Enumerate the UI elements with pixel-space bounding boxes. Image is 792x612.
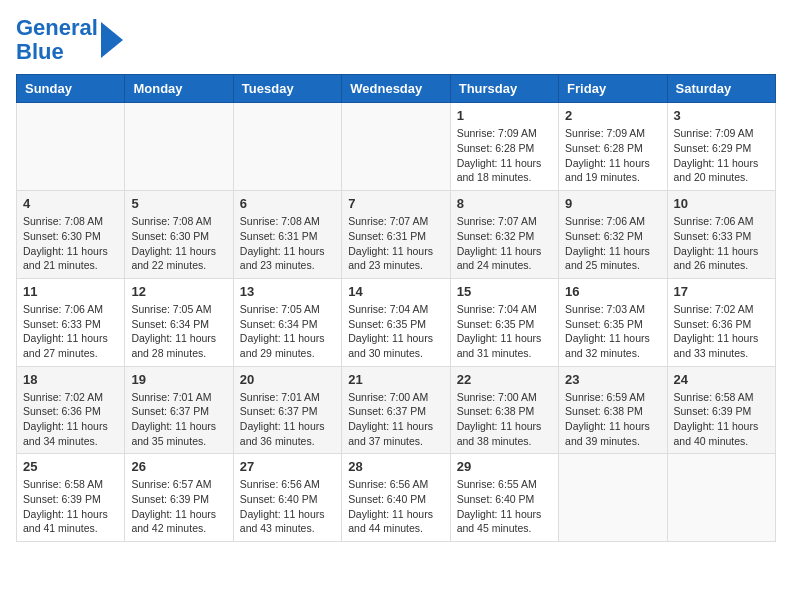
day-info: Sunrise: 7:04 AM Sunset: 6:35 PM Dayligh… <box>348 302 443 361</box>
calendar-day-cell: 21Sunrise: 7:00 AM Sunset: 6:37 PM Dayli… <box>342 366 450 454</box>
calendar-header-friday: Friday <box>559 75 667 103</box>
logo-general: General <box>16 15 98 40</box>
day-info: Sunrise: 7:08 AM Sunset: 6:31 PM Dayligh… <box>240 214 335 273</box>
calendar-day-cell: 28Sunrise: 6:56 AM Sunset: 6:40 PM Dayli… <box>342 454 450 542</box>
day-info: Sunrise: 7:09 AM Sunset: 6:29 PM Dayligh… <box>674 126 769 185</box>
calendar-table: SundayMondayTuesdayWednesdayThursdayFrid… <box>16 74 776 542</box>
logo: General Blue <box>16 16 123 64</box>
day-number: 14 <box>348 284 443 299</box>
day-number: 11 <box>23 284 118 299</box>
calendar-day-cell: 11Sunrise: 7:06 AM Sunset: 6:33 PM Dayli… <box>17 278 125 366</box>
day-number: 12 <box>131 284 226 299</box>
calendar-week-row: 11Sunrise: 7:06 AM Sunset: 6:33 PM Dayli… <box>17 278 776 366</box>
day-info: Sunrise: 7:02 AM Sunset: 6:36 PM Dayligh… <box>674 302 769 361</box>
calendar-day-cell: 19Sunrise: 7:01 AM Sunset: 6:37 PM Dayli… <box>125 366 233 454</box>
calendar-day-cell <box>125 103 233 191</box>
calendar-day-cell: 10Sunrise: 7:06 AM Sunset: 6:33 PM Dayli… <box>667 191 775 279</box>
calendar-day-cell <box>17 103 125 191</box>
page-header: General Blue <box>16 16 776 64</box>
calendar-day-cell: 7Sunrise: 7:07 AM Sunset: 6:31 PM Daylig… <box>342 191 450 279</box>
day-info: Sunrise: 7:06 AM Sunset: 6:33 PM Dayligh… <box>23 302 118 361</box>
calendar-header-thursday: Thursday <box>450 75 558 103</box>
day-info: Sunrise: 7:04 AM Sunset: 6:35 PM Dayligh… <box>457 302 552 361</box>
calendar-week-row: 25Sunrise: 6:58 AM Sunset: 6:39 PM Dayli… <box>17 454 776 542</box>
calendar-day-cell: 3Sunrise: 7:09 AM Sunset: 6:29 PM Daylig… <box>667 103 775 191</box>
day-info: Sunrise: 7:08 AM Sunset: 6:30 PM Dayligh… <box>131 214 226 273</box>
day-info: Sunrise: 7:00 AM Sunset: 6:37 PM Dayligh… <box>348 390 443 449</box>
calendar-day-cell <box>342 103 450 191</box>
calendar-header-monday: Monday <box>125 75 233 103</box>
day-number: 27 <box>240 459 335 474</box>
calendar-day-cell: 20Sunrise: 7:01 AM Sunset: 6:37 PM Dayli… <box>233 366 341 454</box>
calendar-day-cell: 18Sunrise: 7:02 AM Sunset: 6:36 PM Dayli… <box>17 366 125 454</box>
calendar-week-row: 4Sunrise: 7:08 AM Sunset: 6:30 PM Daylig… <box>17 191 776 279</box>
day-number: 10 <box>674 196 769 211</box>
day-info: Sunrise: 7:05 AM Sunset: 6:34 PM Dayligh… <box>240 302 335 361</box>
calendar-day-cell: 17Sunrise: 7:02 AM Sunset: 6:36 PM Dayli… <box>667 278 775 366</box>
calendar-day-cell: 2Sunrise: 7:09 AM Sunset: 6:28 PM Daylig… <box>559 103 667 191</box>
calendar-week-row: 18Sunrise: 7:02 AM Sunset: 6:36 PM Dayli… <box>17 366 776 454</box>
day-info: Sunrise: 7:02 AM Sunset: 6:36 PM Dayligh… <box>23 390 118 449</box>
calendar-header-wednesday: Wednesday <box>342 75 450 103</box>
day-number: 19 <box>131 372 226 387</box>
day-number: 21 <box>348 372 443 387</box>
calendar-day-cell: 13Sunrise: 7:05 AM Sunset: 6:34 PM Dayli… <box>233 278 341 366</box>
day-number: 16 <box>565 284 660 299</box>
day-number: 13 <box>240 284 335 299</box>
day-info: Sunrise: 6:58 AM Sunset: 6:39 PM Dayligh… <box>23 477 118 536</box>
day-info: Sunrise: 6:58 AM Sunset: 6:39 PM Dayligh… <box>674 390 769 449</box>
day-info: Sunrise: 7:08 AM Sunset: 6:30 PM Dayligh… <box>23 214 118 273</box>
calendar-day-cell <box>667 454 775 542</box>
calendar-day-cell: 6Sunrise: 7:08 AM Sunset: 6:31 PM Daylig… <box>233 191 341 279</box>
day-number: 8 <box>457 196 552 211</box>
calendar-day-cell: 4Sunrise: 7:08 AM Sunset: 6:30 PM Daylig… <box>17 191 125 279</box>
day-number: 6 <box>240 196 335 211</box>
day-info: Sunrise: 7:09 AM Sunset: 6:28 PM Dayligh… <box>457 126 552 185</box>
logo-blue: Blue <box>16 40 98 64</box>
calendar-header-tuesday: Tuesday <box>233 75 341 103</box>
logo-arrow-icon <box>101 22 123 58</box>
day-number: 28 <box>348 459 443 474</box>
day-number: 2 <box>565 108 660 123</box>
calendar-day-cell: 22Sunrise: 7:00 AM Sunset: 6:38 PM Dayli… <box>450 366 558 454</box>
day-info: Sunrise: 7:01 AM Sunset: 6:37 PM Dayligh… <box>131 390 226 449</box>
day-number: 25 <box>23 459 118 474</box>
calendar-day-cell <box>559 454 667 542</box>
day-number: 29 <box>457 459 552 474</box>
day-number: 17 <box>674 284 769 299</box>
calendar-day-cell: 9Sunrise: 7:06 AM Sunset: 6:32 PM Daylig… <box>559 191 667 279</box>
day-info: Sunrise: 7:06 AM Sunset: 6:32 PM Dayligh… <box>565 214 660 273</box>
day-number: 24 <box>674 372 769 387</box>
day-number: 4 <box>23 196 118 211</box>
calendar-day-cell: 27Sunrise: 6:56 AM Sunset: 6:40 PM Dayli… <box>233 454 341 542</box>
calendar-day-cell: 25Sunrise: 6:58 AM Sunset: 6:39 PM Dayli… <box>17 454 125 542</box>
day-info: Sunrise: 7:07 AM Sunset: 6:31 PM Dayligh… <box>348 214 443 273</box>
day-number: 7 <box>348 196 443 211</box>
day-number: 23 <box>565 372 660 387</box>
calendar-day-cell: 16Sunrise: 7:03 AM Sunset: 6:35 PM Dayli… <box>559 278 667 366</box>
day-info: Sunrise: 7:01 AM Sunset: 6:37 PM Dayligh… <box>240 390 335 449</box>
calendar-day-cell: 1Sunrise: 7:09 AM Sunset: 6:28 PM Daylig… <box>450 103 558 191</box>
day-number: 3 <box>674 108 769 123</box>
calendar-day-cell: 29Sunrise: 6:55 AM Sunset: 6:40 PM Dayli… <box>450 454 558 542</box>
calendar-day-cell: 14Sunrise: 7:04 AM Sunset: 6:35 PM Dayli… <box>342 278 450 366</box>
calendar-day-cell: 15Sunrise: 7:04 AM Sunset: 6:35 PM Dayli… <box>450 278 558 366</box>
calendar-day-cell: 8Sunrise: 7:07 AM Sunset: 6:32 PM Daylig… <box>450 191 558 279</box>
day-info: Sunrise: 6:56 AM Sunset: 6:40 PM Dayligh… <box>348 477 443 536</box>
calendar-header-row: SundayMondayTuesdayWednesdayThursdayFrid… <box>17 75 776 103</box>
day-info: Sunrise: 6:55 AM Sunset: 6:40 PM Dayligh… <box>457 477 552 536</box>
day-number: 18 <box>23 372 118 387</box>
calendar-header-saturday: Saturday <box>667 75 775 103</box>
day-info: Sunrise: 7:06 AM Sunset: 6:33 PM Dayligh… <box>674 214 769 273</box>
day-info: Sunrise: 7:07 AM Sunset: 6:32 PM Dayligh… <box>457 214 552 273</box>
calendar-day-cell: 12Sunrise: 7:05 AM Sunset: 6:34 PM Dayli… <box>125 278 233 366</box>
calendar-day-cell: 23Sunrise: 6:59 AM Sunset: 6:38 PM Dayli… <box>559 366 667 454</box>
day-number: 5 <box>131 196 226 211</box>
calendar-week-row: 1Sunrise: 7:09 AM Sunset: 6:28 PM Daylig… <box>17 103 776 191</box>
day-info: Sunrise: 6:56 AM Sunset: 6:40 PM Dayligh… <box>240 477 335 536</box>
calendar-day-cell: 26Sunrise: 6:57 AM Sunset: 6:39 PM Dayli… <box>125 454 233 542</box>
day-info: Sunrise: 6:57 AM Sunset: 6:39 PM Dayligh… <box>131 477 226 536</box>
calendar-day-cell: 5Sunrise: 7:08 AM Sunset: 6:30 PM Daylig… <box>125 191 233 279</box>
day-number: 1 <box>457 108 552 123</box>
day-info: Sunrise: 6:59 AM Sunset: 6:38 PM Dayligh… <box>565 390 660 449</box>
